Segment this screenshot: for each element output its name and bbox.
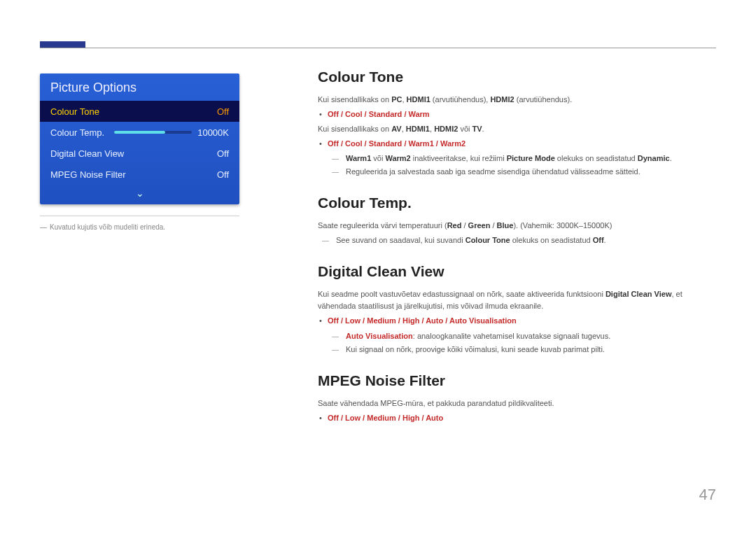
- osd-row-mpeg-noise-filter[interactable]: MPEG Noise Filter Off: [40, 164, 239, 185]
- osd-value: Off: [217, 148, 229, 159]
- section-digital-clean-view: Digital Clean View Kui seadme poolt vast…: [318, 263, 717, 355]
- option-list: Off / Cool / Standard / Warm: [318, 108, 717, 120]
- osd-row-colour-tone[interactable]: Colour Tone Off: [40, 101, 239, 122]
- option-list: Off / Cool / Standard / Warm1 / Warm2 Wa…: [318, 138, 717, 178]
- note-text: Reguleerida ja salvestada saab iga seadm…: [328, 166, 717, 178]
- osd-label: Colour Tone: [50, 106, 99, 117]
- left-column: Picture Options Colour Tone Off Colour T…: [40, 73, 239, 233]
- image-disclaimer: ―Kuvatud kujutis võib mudeliti erineda.: [40, 222, 239, 233]
- note-text: Kui signaal on nõrk, proovige kõiki võim…: [328, 344, 717, 356]
- body-text: Saate reguleerida värvi temperatuuri (Re…: [318, 220, 717, 232]
- osd-title: Picture Options: [40, 73, 239, 101]
- body-text: Saate vähendada MPEG-müra, et pakkuda pa…: [318, 398, 717, 409]
- option-list: Off / Low / Medium / High / Auto / Auto …: [318, 315, 717, 355]
- osd-value: Off: [217, 106, 229, 117]
- option-list: Off / Low / Medium / High / Auto: [318, 412, 717, 424]
- osd-panel: Picture Options Colour Tone Off Colour T…: [40, 73, 239, 204]
- page-number: 47: [699, 486, 716, 504]
- section-colour-temp: Colour Temp. Saate reguleerida värvi tem…: [318, 195, 717, 246]
- osd-label: Digital Clean View: [50, 148, 124, 159]
- osd-row-digital-clean-view[interactable]: Digital Clean View Off: [40, 143, 239, 164]
- body-text: Kui seadme poolt vastuvõetav edastussign…: [318, 288, 717, 312]
- heading-digital-clean-view: Digital Clean View: [318, 263, 717, 280]
- osd-value: 10000K: [197, 127, 229, 138]
- section-colour-tone: Colour Tone Kui sisendallikaks on PC, HD…: [318, 69, 717, 178]
- osd-slider[interactable]: [114, 131, 192, 134]
- osd-value: Off: [217, 169, 229, 180]
- osd-row-colour-temp[interactable]: Colour Temp. 10000K: [40, 122, 239, 143]
- chevron-down-icon[interactable]: ⌄: [40, 185, 239, 204]
- body-text: Kui sisendallikaks on AV, HDMI1, HDMI2 v…: [318, 123, 717, 135]
- header-rule: [40, 48, 716, 48]
- heading-colour-tone: Colour Tone: [318, 69, 717, 85]
- heading-mpeg-noise-filter: MPEG Noise Filter: [318, 372, 717, 389]
- osd-label: MPEG Noise Filter: [50, 169, 126, 180]
- header-tab-mark: [40, 41, 85, 48]
- note-divider: [40, 216, 239, 216]
- note-text: Auto Visualisation: analoogkanalite vahe…: [328, 330, 717, 342]
- body-text: Kui sisendallikaks on PC, HDMI1 (arvutiü…: [318, 94, 717, 106]
- heading-colour-temp: Colour Temp.: [318, 195, 717, 211]
- osd-label: Colour Temp.: [50, 127, 104, 138]
- content-column: Colour Tone Kui sisendallikaks on PC, HD…: [318, 69, 717, 441]
- section-mpeg-noise-filter: MPEG Noise Filter Saate vähendada MPEG-m…: [318, 372, 717, 424]
- note-text: Warm1 või Warm2 inaktiveeritakse, kui re…: [328, 153, 717, 164]
- note-text: See suvand on saadaval, kui suvandi Colo…: [318, 234, 717, 246]
